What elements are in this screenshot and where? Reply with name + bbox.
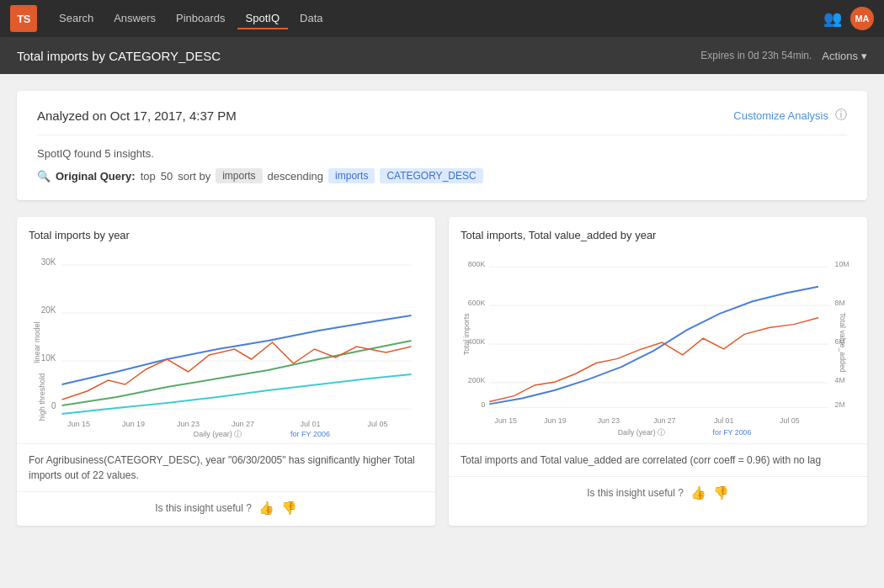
top-nav: TS Search Answers Pinboards SpotIQ Data … (0, 0, 884, 37)
chart2-feedback-text: Is this insight useful ? (587, 487, 684, 499)
svg-text:Jun 15: Jun 15 (67, 420, 90, 428)
svg-text:800K: 800K (468, 260, 486, 268)
logo[interactable]: TS (10, 5, 37, 32)
svg-text:8M: 8M (835, 299, 845, 307)
svg-text:Total imports: Total imports (462, 313, 471, 355)
nav-pinboards[interactable]: Pinboards (168, 8, 234, 29)
svg-text:for FY 2006: for FY 2006 (290, 430, 330, 438)
users-icon[interactable]: 👥 (823, 9, 842, 28)
svg-text:10K: 10K (41, 353, 56, 363)
svg-text:Jun 23: Jun 23 (598, 416, 620, 425)
svg-text:Jun 19: Jun 19 (544, 416, 566, 425)
svg-text:Jul 01: Jul 01 (300, 420, 320, 428)
chart2-title: Total imports, Total value_added by year (461, 229, 855, 241)
svg-text:high threshold: high threshold (38, 373, 46, 421)
nav-bar: Search Answers Pinboards SpotIQ Data (51, 8, 823, 29)
chart2-svg: 800K 600K 400K 200K 0 10M 8M 6M 4M 2M To… (461, 250, 855, 443)
actions-button[interactable]: Actions ▾ (822, 50, 867, 62)
chart2-thumbup[interactable]: 👍 (690, 485, 706, 501)
chart1-svg: 30K 20K 10K 0 linear model (29, 250, 423, 443)
chart2-footer: Total imports and Total value_added are … (449, 443, 867, 476)
svg-text:Total value_added: Total value_added (839, 312, 847, 372)
chart1-area: Total imports by year 30K 20K 10K 0 line… (17, 217, 435, 443)
query-top: top (141, 170, 156, 183)
query-sortby: sort by (178, 170, 210, 183)
svg-text:Jul 05: Jul 05 (367, 420, 387, 428)
chart2-feedback: Is this insight useful ? 👍 👎 (449, 476, 867, 511)
svg-text:Daily (year) ⓘ: Daily (year) ⓘ (194, 430, 242, 438)
chart2-inner: 800K 600K 400K 200K 0 10M 8M 6M 4M 2M To… (461, 250, 855, 443)
chart1-card: Total imports by year 30K 20K 10K 0 line… (17, 217, 435, 526)
svg-text:0: 0 (51, 401, 56, 411)
chart1-thumbdown[interactable]: 👎 (281, 501, 297, 516)
svg-text:Jul 05: Jul 05 (780, 416, 800, 425)
analysis-date: Analyzed on Oct 17, 2017, 4:37 PM (37, 109, 237, 123)
query-row: 🔍 Original Query: top 50 sort by imports… (37, 168, 847, 183)
nav-answers[interactable]: Answers (105, 8, 164, 29)
page-title: Total imports by CATEGORY_DESC (17, 49, 221, 63)
chart1-title: Total imports by year (29, 229, 423, 241)
svg-text:400K: 400K (468, 337, 486, 346)
logo-text: TS (17, 13, 30, 25)
insights-count: SpotIQ found 5 insights. (37, 147, 847, 160)
svg-text:0: 0 (481, 400, 485, 409)
main-content: Analyzed on Oct 17, 2017, 4:37 PM Custom… (0, 74, 884, 543)
svg-text:Jun 15: Jun 15 (495, 416, 517, 425)
sub-header-right: Expires in 0d 23h 54min. Actions ▾ (700, 50, 867, 62)
chevron-down-icon: ▾ (861, 50, 867, 62)
svg-text:for FY 2006: for FY 2006 (713, 428, 752, 437)
svg-text:Jun 27: Jun 27 (232, 420, 254, 428)
nav-search[interactable]: Search (51, 8, 102, 29)
chart2-card: Total imports, Total value_added by year… (449, 217, 867, 526)
chart2-thumbdown[interactable]: 👎 (713, 485, 729, 501)
chart1-feedback-text: Is this insight useful ? (155, 502, 252, 514)
chart1-inner: 30K 20K 10K 0 linear model (29, 250, 423, 443)
nav-data[interactable]: Data (291, 8, 331, 29)
query-50: 50 (161, 170, 173, 183)
svg-text:Jun 19: Jun 19 (122, 420, 145, 428)
query-tag-imports1: imports (216, 168, 262, 183)
svg-text:10M: 10M (835, 260, 849, 268)
chart1-feedback: Is this insight useful ? 👍 👎 (17, 491, 435, 526)
svg-text:linear model: linear model (33, 321, 41, 363)
expires-text: Expires in 0d 23h 54min. (700, 50, 812, 61)
query-tag-imports2: imports (328, 168, 375, 183)
info-icon[interactable]: ⓘ (835, 108, 847, 123)
query-label: Original Query: (56, 170, 136, 183)
svg-text:30K: 30K (41, 257, 56, 267)
sub-header: Total imports by CATEGORY_DESC Expires i… (0, 37, 884, 74)
avatar[interactable]: MA (850, 7, 874, 30)
charts-row: Total imports by year 30K 20K 10K 0 line… (17, 217, 867, 526)
svg-text:Daily (year) ⓘ: Daily (year) ⓘ (618, 428, 665, 437)
chart2-area: Total imports, Total value_added by year… (449, 217, 867, 443)
analysis-header: Analyzed on Oct 17, 2017, 4:37 PM Custom… (37, 108, 847, 135)
svg-text:600K: 600K (468, 299, 486, 307)
svg-text:Jun 23: Jun 23 (177, 420, 200, 428)
svg-text:4M: 4M (835, 376, 845, 384)
query-descending: descending (268, 170, 324, 183)
search-icon: 🔍 (37, 170, 51, 183)
nav-spotiq[interactable]: SpotIQ (237, 8, 288, 29)
customize-analysis-link[interactable]: Customize Analysis (733, 109, 828, 122)
svg-text:Jul 01: Jul 01 (714, 416, 734, 425)
chart1-footer: For Agribusiness(CATEGORY_DESC), year "0… (17, 443, 435, 491)
svg-text:200K: 200K (468, 376, 486, 384)
query-tag-category: CATEGORY_DESC (380, 168, 482, 183)
header-right: 👥 MA (823, 7, 874, 30)
analysis-card: Analyzed on Oct 17, 2017, 4:37 PM Custom… (17, 91, 867, 200)
chart1-thumbup[interactable]: 👍 (258, 501, 274, 516)
svg-text:2M: 2M (835, 400, 845, 409)
svg-text:20K: 20K (41, 305, 56, 315)
svg-text:Jun 27: Jun 27 (653, 416, 675, 425)
